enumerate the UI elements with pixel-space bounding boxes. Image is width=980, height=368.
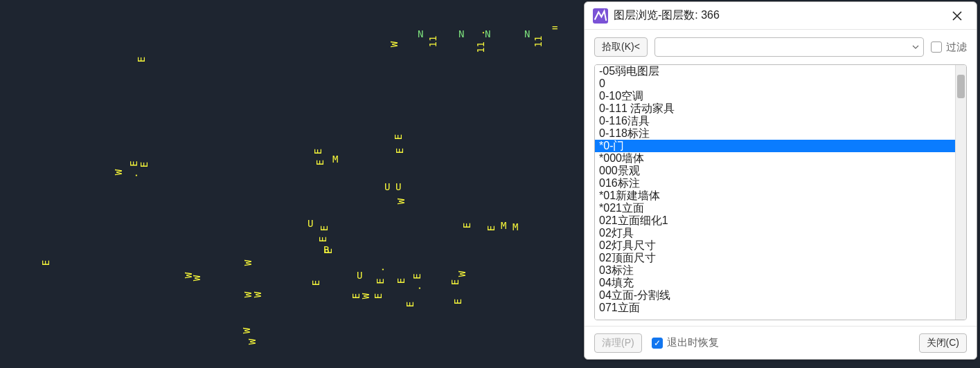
canvas-glyph: 11 xyxy=(533,36,544,48)
layer-list-item[interactable]: 021立面细化1 xyxy=(595,214,955,227)
layer-list-item[interactable]: 02灯具 xyxy=(595,227,955,239)
canvas-glyph: = xyxy=(552,22,558,33)
dialog-toolbar: 拾取(K)< 过滤 xyxy=(585,30,977,64)
layer-list-item[interactable]: *0-门 xyxy=(595,140,955,152)
scrollbar[interactable] xyxy=(955,65,966,320)
chevron-down-icon xyxy=(912,42,919,53)
canvas-glyph: W xyxy=(191,275,202,281)
canvas-glyph: W xyxy=(389,42,400,47)
canvas-glyph: 11 xyxy=(427,36,438,48)
canvas-glyph: M xyxy=(332,154,338,165)
dialog-titlebar: 图层浏览-图层数: 366 xyxy=(585,2,977,30)
app-icon xyxy=(593,8,608,24)
canvas-glyph: W xyxy=(252,292,263,297)
canvas-glyph: N xyxy=(458,28,464,39)
layer-list-item[interactable]: *000墙体 xyxy=(595,152,955,165)
canvas-glyph: . E xyxy=(411,273,422,291)
layer-list-item[interactable]: *01新建墙体 xyxy=(595,190,955,202)
canvas-glyph: W xyxy=(242,260,253,266)
layer-list-container: -05弱电图层00-10空调0-111 活动家具0-116洁具0-118标注*0… xyxy=(594,64,967,320)
canvas-glyph: U xyxy=(384,181,390,192)
canvas-glyph: E xyxy=(395,278,407,284)
canvas-glyph: E . xyxy=(375,266,386,284)
canvas-glyph: W xyxy=(241,328,252,333)
layer-list-item[interactable]: 000景观 xyxy=(595,165,955,177)
canvas-glyph: W xyxy=(395,199,407,204)
canvas-glyph: E xyxy=(394,148,405,154)
dialog-title: 图层浏览-图层数: 366 xyxy=(614,8,946,23)
canvas-glyph: E xyxy=(449,279,461,285)
filter-label: 过滤 xyxy=(946,41,967,54)
canvas-glyph: N xyxy=(485,28,490,39)
layer-list-item[interactable]: 02灯具尺寸 xyxy=(595,239,955,252)
canvas-glyph: E xyxy=(317,237,328,242)
layer-list-item[interactable]: 071立面 xyxy=(595,302,955,314)
layer-list-item[interactable]: 0-118标注 xyxy=(595,127,955,140)
close-button[interactable]: 关闭(C) xyxy=(919,333,967,353)
layer-list[interactable]: -05弱电图层00-10空调0-111 活动家具0-116洁具0-118标注*0… xyxy=(595,65,955,320)
checkbox-box xyxy=(931,42,942,53)
canvas-glyph: E xyxy=(452,299,463,304)
layer-filter-combo[interactable] xyxy=(654,37,924,57)
layer-browser-dialog: 图层浏览-图层数: 366 拾取(K)< 过滤 -05弱电图层00-10空调0-… xyxy=(584,1,977,360)
canvas-glyph: M xyxy=(501,220,506,231)
canvas-glyph: E xyxy=(393,134,404,140)
filter-checkbox[interactable]: 过滤 xyxy=(931,41,967,54)
checkbox-box xyxy=(652,338,663,349)
canvas-glyph: E xyxy=(485,226,497,231)
layer-list-item[interactable]: 04立面-分割线 xyxy=(595,289,955,302)
pick-button[interactable]: 拾取(K)< xyxy=(594,37,648,57)
canvas-glyph: N xyxy=(524,28,530,39)
canvas-glyph: W xyxy=(113,169,124,175)
layer-list-item[interactable]: 03标注 xyxy=(595,264,955,277)
canvas-glyph: N xyxy=(418,28,423,39)
canvas-glyph: U xyxy=(357,270,362,281)
canvas-glyph: U xyxy=(395,181,401,192)
canvas-glyph: W xyxy=(360,293,371,299)
layer-list-item[interactable]: 0-111 活动家具 xyxy=(595,102,955,115)
canvas-glyph: M xyxy=(513,221,518,232)
scrollbar-thumb[interactable] xyxy=(957,75,965,98)
canvas-glyph: E xyxy=(40,260,51,266)
canvas-glyph: E xyxy=(310,280,321,286)
layer-list-item[interactable]: 0-116洁具 xyxy=(595,115,955,127)
restore-checkbox[interactable]: 退出时恢复 xyxy=(652,336,719,349)
layer-list-item[interactable]: 016标注 xyxy=(595,177,955,190)
layer-list-item[interactable]: 04填充 xyxy=(595,277,955,289)
canvas-glyph: U xyxy=(308,218,313,229)
canvas-glyph: E xyxy=(139,162,150,167)
layer-list-item[interactable]: 0 xyxy=(595,77,955,90)
dialog-layer-count: 366 xyxy=(701,9,720,21)
layer-list-item[interactable]: 02顶面尺寸 xyxy=(595,252,955,264)
dialog-footer: 清理(P) 退出时恢复 关闭(C) xyxy=(585,326,977,359)
canvas-glyph: . E xyxy=(128,160,139,178)
dialog-title-text: 图层浏览-图层数: xyxy=(614,9,701,21)
layer-list-item[interactable]: -05弱电图层 xyxy=(595,65,955,77)
canvas-glyph: E xyxy=(373,293,384,299)
cad-canvas[interactable]: EW. EEWN11N11 .NN11=EEMEEUUWUEEEMMEEBEWE… xyxy=(0,0,583,368)
canvas-glyph: E xyxy=(314,160,326,165)
restore-label: 退出时恢复 xyxy=(667,336,719,349)
canvas-glyph: W xyxy=(456,271,467,277)
close-icon[interactable] xyxy=(946,5,968,27)
canvas-glyph: E xyxy=(461,223,472,228)
canvas-glyph: W xyxy=(247,339,258,344)
canvas-glyph: B xyxy=(323,244,329,255)
layer-list-item[interactable]: 0-10空调 xyxy=(595,90,955,102)
canvas-glyph: E xyxy=(319,226,330,231)
clear-button[interactable]: 清理(P) xyxy=(594,333,642,353)
canvas-glyph: E xyxy=(312,149,323,154)
layer-list-item[interactable]: *021立面 xyxy=(595,202,955,214)
canvas-glyph: E xyxy=(136,57,147,62)
canvas-glyph: E xyxy=(404,302,416,307)
